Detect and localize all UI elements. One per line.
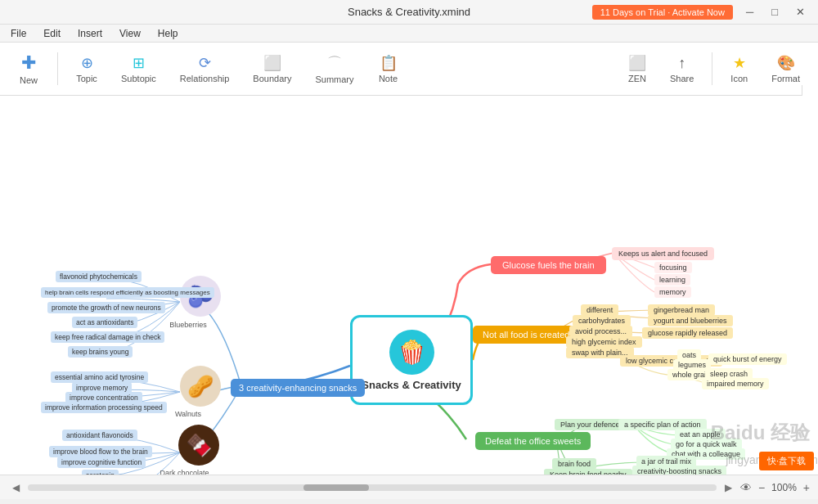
glucose-child-1: Keeps us alert and focused	[612, 247, 714, 260]
subtopic-icon: ⊞	[133, 54, 145, 72]
dos-child-brain-food: brain food	[552, 458, 596, 470]
naf-child-glucose-rapid: glucose rapidly released	[642, 327, 733, 339]
choc-prop-1: antioxidant flavonoids	[62, 430, 137, 441]
center-node-icon: 🍿	[389, 330, 434, 375]
share-icon: ↑	[678, 55, 685, 72]
choc-prop-2: improve blood flow to the brain	[49, 446, 152, 457]
eye-icon[interactable]: 👁	[740, 481, 752, 494]
menu-insert[interactable]: Insert	[71, 26, 109, 41]
walnut-label: Walnuts	[168, 410, 209, 418]
toolbar-divider-1	[57, 52, 58, 85]
icon-label: Icon	[730, 74, 748, 83]
share-button[interactable]: ↑ Share	[660, 51, 703, 88]
berry-prop-5: keep free radical damage in check	[51, 331, 164, 343]
zoom-in-button[interactable]: +	[803, 481, 810, 494]
naf-child-ginger: gingerbread man	[648, 304, 715, 316]
scroll-right-button[interactable]: ▶	[721, 482, 736, 493]
naf-child-glycemic: high glycemic index	[566, 336, 642, 348]
berry-prop-3: promote the growth of new neurons	[47, 302, 165, 313]
new-button[interactable]: ✚ New	[8, 48, 49, 89]
naf-child-avoid: avoid process...	[569, 326, 632, 337]
boundary-icon: ⬜	[263, 54, 281, 72]
zoom-out-button[interactable]: −	[758, 481, 765, 494]
zen-icon: ⬜	[628, 54, 646, 72]
dos-child-plan: Plan your defence	[555, 419, 626, 430]
scroll-thumb	[303, 484, 369, 491]
trial-badge[interactable]: 11 Days on Trial · Activate Now	[592, 5, 733, 20]
zen-button[interactable]: ⬜ ZEN	[618, 50, 656, 88]
close-button[interactable]: ✕	[791, 4, 810, 20]
toolbar: ✚ New ⊕ Topic ⊞ Subtopic ⟳ Relationship …	[0, 43, 818, 96]
icon-button[interactable]: ★ Icon	[721, 50, 757, 88]
topic-label: Topic	[76, 74, 97, 83]
three-snacks-node[interactable]: 3 creativity-enhancing snacks	[231, 379, 365, 397]
chocolate-label: Dark chocolate70% or more coc...	[158, 469, 211, 475]
menu-help[interactable]: Help	[151, 26, 185, 41]
summary-button[interactable]: ⌒ Summary	[305, 49, 363, 88]
center-node-title: Snacks & Creativity	[362, 379, 461, 391]
boundary-label: Boundary	[253, 74, 291, 83]
topic-icon: ⊕	[81, 54, 93, 72]
walnut-prop-4: improve information processing speed	[41, 402, 167, 413]
naf-child-carbo: carbohydrates	[573, 315, 631, 326]
icon-icon: ★	[733, 54, 746, 72]
naf-child-quick-burst: quick burst of energy	[708, 353, 787, 365]
walnut-prop-1: essential amino acid tyrosine	[51, 371, 148, 383]
bottombar: ◀ ▶ 👁 − 100% +	[0, 475, 818, 499]
maximize-button[interactable]: □	[766, 4, 783, 20]
share-label: Share	[670, 74, 694, 83]
menu-view[interactable]: View	[113, 26, 147, 41]
menu-edit[interactable]: Edit	[37, 26, 67, 41]
walnut-icon-container: 🥜	[180, 366, 221, 407]
topic-button[interactable]: ⊕ Topic	[66, 50, 107, 88]
naf-child-different: different	[581, 304, 618, 316]
dos-child-boosting: creativity-boosting snacks	[632, 466, 726, 475]
mind-map-svg	[0, 96, 818, 475]
glucose-child-2: focusing	[654, 262, 692, 273]
window-title: Snacks & Creativity.xmind	[348, 6, 470, 18]
dos-child-keep-nearby: Keep brain food nearby	[544, 469, 632, 475]
naf-child-yogurt: yogurt and blueberries	[648, 315, 733, 326]
relationship-icon: ⟳	[199, 54, 211, 72]
note-label: Note	[379, 74, 398, 83]
summary-label: Summary	[315, 74, 353, 84]
format-button[interactable]: 🎨 Format	[762, 50, 810, 88]
toolbar-divider-2	[712, 52, 712, 85]
choc-prop-3: improve cognitive function	[57, 457, 146, 468]
subtopic-button[interactable]: ⊞ Subtopic	[111, 50, 166, 88]
zen-label: ZEN	[628, 74, 646, 83]
center-node[interactable]: 🍿 Snacks & Creativity	[350, 315, 473, 405]
glucose-child-4: memory	[654, 286, 691, 298]
quick-download-button[interactable]: 快·盘下载	[759, 452, 814, 470]
bottom-right-controls: 👁 − 100% +	[740, 481, 810, 494]
relationship-button[interactable]: ⟳ Relationship	[170, 50, 240, 88]
chocolate-icon-container: 🍫	[178, 425, 219, 466]
choc-prop-4: serotonin	[82, 470, 119, 475]
zoom-level: 100%	[771, 482, 797, 493]
menu-file[interactable]: File	[4, 26, 33, 41]
subtopic-label: Subtopic	[121, 74, 156, 83]
menubar: File Edit Insert View Help	[0, 25, 818, 43]
glucose-node[interactable]: Glucose fuels the brain	[491, 256, 606, 274]
scroll-left-button[interactable]: ◀	[8, 482, 24, 493]
new-icon: ✚	[21, 52, 36, 74]
horizontal-scrollbar[interactable]	[28, 484, 717, 491]
note-icon: 📋	[380, 54, 398, 72]
naf-child-impaired-mem: impaired memory	[702, 378, 769, 389]
defeat-sweets-node[interactable]: Defeat the office sweets	[475, 432, 591, 450]
blueberry-label: Blueberries	[164, 321, 213, 329]
glucose-child-3: learning	[654, 274, 690, 286]
format-icon: 🎨	[777, 54, 795, 72]
summary-icon: ⌒	[327, 53, 342, 73]
berry-prop-2: help brain cells respond efficiently as …	[41, 287, 214, 298]
minimize-button[interactable]: ─	[741, 4, 758, 20]
main-canvas[interactable]: 🍿 Snacks & Creativity Glucose fuels the …	[0, 96, 818, 475]
titlebar: Snacks & Creativity.xmind 11 Days on Tri…	[0, 0, 818, 25]
relationship-label: Relationship	[180, 74, 230, 83]
boundary-button[interactable]: ⬜ Boundary	[243, 50, 301, 88]
berry-prop-4: act as antioxidants	[72, 317, 137, 328]
note-button[interactable]: 📋 Note	[368, 50, 409, 88]
new-label: New	[20, 75, 38, 85]
format-label: Format	[771, 74, 800, 83]
berry-prop-1: flavonoid phytochemicals	[56, 271, 142, 282]
